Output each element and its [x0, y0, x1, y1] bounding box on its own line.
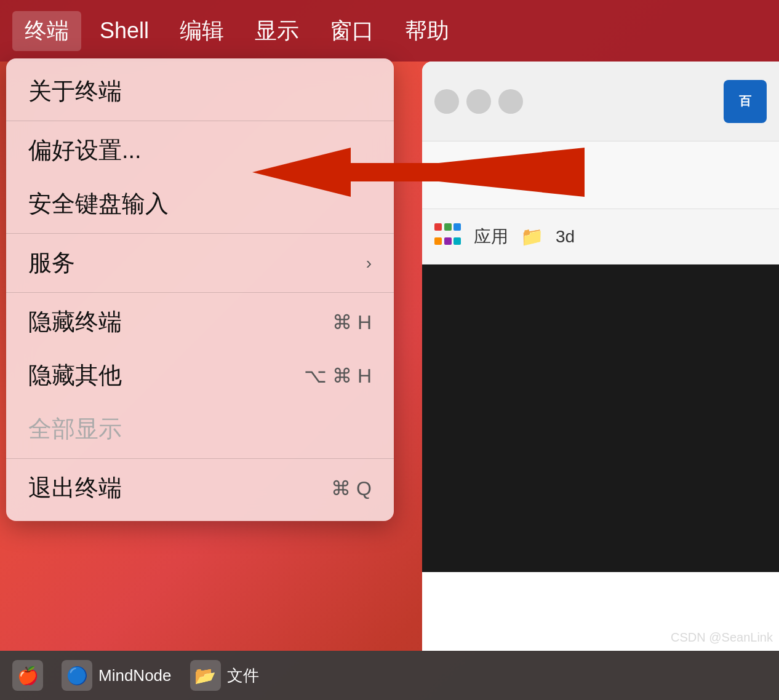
- dock-item-files-label: 文件: [227, 665, 259, 686]
- menu-item-hide-others[interactable]: 隐藏其他 ⌥ ⌘ H: [6, 349, 394, 402]
- menu-divider-2: [6, 233, 394, 234]
- submenu-arrow-icon: ›: [366, 253, 372, 273]
- menubar-item-window[interactable]: 窗口: [318, 11, 386, 51]
- bookmark-dot-3: [453, 223, 461, 231]
- menu-item-secure-keyboard-label: 安全键盘输入: [28, 188, 169, 220]
- menu-item-hide-terminal[interactable]: 隐藏终端 ⌘ H: [6, 295, 394, 349]
- browser-bookmarks: 应用 📁 3d: [422, 209, 779, 264]
- baidu-logo: 百: [724, 80, 767, 123]
- bookmark-dot-6: [453, 237, 461, 245]
- apple-icon: 🍎: [12, 660, 43, 691]
- traffic-light-close[interactable]: [434, 89, 459, 114]
- menu-item-hide-others-shortcut: ⌥ ⌘ H: [304, 364, 372, 388]
- browser-toolbar: ← → ↻: [422, 141, 779, 209]
- bookmark-folder-icon: 📁: [521, 226, 543, 247]
- menubar: 终端 Shell 编辑 显示 窗口 帮助: [0, 0, 779, 62]
- menu-divider-3: [6, 292, 394, 293]
- dock-item-mindnode[interactable]: 🔵 MindNode: [62, 660, 172, 691]
- menubar-item-view[interactable]: 显示: [242, 11, 311, 51]
- dock-item-files[interactable]: 📂 文件: [190, 660, 259, 691]
- mindnode-icon: 🔵: [62, 660, 92, 691]
- browser-window: 百 ← → ↻ 应用 📁 3d: [422, 62, 779, 651]
- browser-titlebar: 百: [422, 62, 779, 141]
- menubar-item-terminal[interactable]: 终端: [12, 11, 81, 51]
- menu-item-show-all-label: 全部显示: [28, 413, 122, 445]
- menu-divider-4: [6, 458, 394, 459]
- bookmark-3d-label[interactable]: 3d: [556, 227, 575, 247]
- bookmark-dot-5: [444, 237, 452, 245]
- menu-divider-1: [6, 121, 394, 121]
- bookmark-dot-4: [434, 237, 442, 245]
- dock-item-apple[interactable]: 🍎: [12, 660, 43, 691]
- browser-forward-button[interactable]: →: [477, 162, 500, 188]
- menu-item-quit-label: 退出终端: [28, 472, 122, 504]
- menubar-item-help[interactable]: 帮助: [393, 11, 461, 51]
- dropdown-menu: 关于终端 偏好设置... 安全键盘输入 服务 › 隐藏终端 ⌘ H 隐藏其他 ⌥…: [6, 58, 394, 521]
- browser-back-button[interactable]: ←: [437, 162, 459, 188]
- files-icon: 📂: [190, 660, 221, 691]
- menu-item-hide-terminal-shortcut: ⌘ H: [332, 311, 372, 334]
- bookmark-dot-2: [444, 223, 452, 231]
- traffic-lights: [434, 89, 523, 114]
- menu-item-services[interactable]: 服务 ›: [6, 236, 394, 290]
- menu-item-about-label: 关于终端: [28, 76, 122, 107]
- menu-item-show-all[interactable]: 全部显示: [6, 402, 394, 456]
- dock-item-mindnode-label: MindNode: [98, 666, 172, 685]
- browser-content: [422, 264, 779, 572]
- browser-refresh-button[interactable]: ↻: [518, 162, 537, 188]
- menu-item-preferences-label: 偏好设置...: [28, 135, 142, 166]
- bookmark-apps-label[interactable]: 应用: [474, 225, 508, 249]
- menubar-item-edit[interactable]: 编辑: [167, 11, 236, 51]
- menu-item-secure-keyboard[interactable]: 安全键盘输入: [6, 177, 394, 231]
- bookmark-dot-1: [434, 223, 442, 231]
- menu-item-preferences[interactable]: 偏好设置...: [6, 124, 394, 177]
- menu-item-quit-shortcut: ⌘ Q: [331, 477, 372, 500]
- watermark: CSDN @SeanLink: [671, 630, 773, 645]
- bookmark-apps-icon: [434, 223, 461, 250]
- dock-bar: 🍎 🔵 MindNode 📂 文件: [0, 651, 779, 700]
- menu-item-about[interactable]: 关于终端: [6, 65, 394, 118]
- menu-item-quit[interactable]: 退出终端 ⌘ Q: [6, 461, 394, 515]
- traffic-light-minimize[interactable]: [466, 89, 491, 114]
- menu-item-hide-others-label: 隐藏其他: [28, 360, 122, 391]
- menubar-item-shell[interactable]: Shell: [87, 13, 161, 49]
- watermark-text: CSDN @SeanLink: [671, 630, 773, 644]
- traffic-light-maximize[interactable]: [498, 89, 523, 114]
- menu-item-services-label: 服务: [28, 247, 75, 279]
- menu-item-hide-terminal-label: 隐藏终端: [28, 306, 122, 338]
